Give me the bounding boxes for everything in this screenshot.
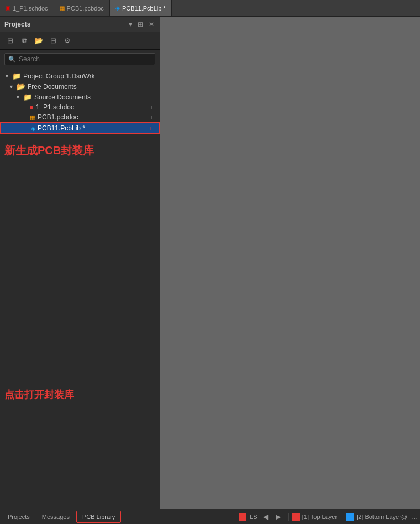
- nav-next-btn[interactable]: ▶: [274, 512, 283, 522]
- bottom-bar: Projects Messages PCB Library LS ◀ ▶ [1]…: [0, 509, 420, 524]
- layer1-group: [1] Top Layer: [288, 513, 337, 521]
- expand-project-icon: ▼: [4, 74, 10, 79]
- source-folder-icon: 📁: [23, 93, 32, 101]
- project-group-label: Project Group 1.DsnWrk: [23, 72, 155, 80]
- tree-spacer: [0, 163, 160, 384]
- schdoc-icon: ▣: [6, 5, 11, 11]
- tab-pcbdoc-label: PCB1.pcbdoc: [67, 5, 104, 12]
- annotation-top: 新生成PCB封装库: [0, 134, 160, 163]
- tab-bar: ▣ 1_P1.schdoc ▦ PCB1.pcbdoc ◈ PCB11.PcbL…: [0, 0, 420, 17]
- add-new-btn[interactable]: ⧉: [19, 35, 30, 46]
- pcblib-modified-badge: □: [150, 125, 154, 132]
- bottom-tab-pcblibrary[interactable]: PCB Library: [76, 511, 121, 523]
- layer1-color-box: [292, 513, 300, 521]
- panel-close-btn[interactable]: ✕: [148, 20, 155, 29]
- pcbdoc-icon: ▦: [60, 5, 65, 11]
- source-documents-label: Source Documents: [34, 93, 155, 101]
- schdoc-file-icon: ■: [30, 104, 34, 111]
- file-schdoc-item[interactable]: ■ 1_P1.schdoc □: [0, 102, 160, 112]
- ls-label: LS: [250, 513, 257, 520]
- layer1-label: [1] Top Layer: [302, 513, 337, 520]
- search-input[interactable]: [19, 55, 151, 63]
- free-documents-label: Free Documents: [28, 83, 155, 91]
- main-layout: Projects ▾ ⊞ ✕ ⊞ ⧉ 📂 ⊟ ⚙ 🔍 ▼ 📁: [0, 17, 420, 509]
- bottom-tab-projects[interactable]: Projects: [2, 511, 35, 522]
- tab-pcblib[interactable]: ◈ PCB11.PcbLib *: [110, 0, 172, 16]
- projects-panel: Projects ▾ ⊞ ✕ ⊞ ⧉ 📂 ⊟ ⚙ 🔍 ▼ 📁: [0, 17, 160, 509]
- pcbdoc-modified-icon: □: [151, 114, 155, 120]
- status-color-red: [239, 513, 246, 521]
- tab-schdoc-label: 1_P1.schdoc: [13, 5, 48, 12]
- settings-btn[interactable]: ⚙: [62, 35, 73, 46]
- tab-pcbdoc[interactable]: ▦ PCB1.pcbdoc: [54, 0, 110, 16]
- pcbdoc-file-label: PCB1.pcbdoc: [38, 113, 149, 121]
- search-box: 🔍: [4, 53, 155, 65]
- search-icon: 🔍: [8, 56, 16, 63]
- add-existing-btn[interactable]: ⊞: [4, 35, 15, 46]
- mech-label: …: [412, 513, 418, 520]
- pcblib-icon: ◈: [116, 5, 120, 11]
- bottom-status: LS ◀ ▶ [1] Top Layer [2] Bottom Layer@ …: [239, 512, 418, 522]
- source-documents-item[interactable]: ▼ 📁 Source Documents: [0, 92, 160, 102]
- pcbdoc-file-icon: ▦: [30, 114, 35, 121]
- project-group-item[interactable]: ▼ 📁 Project Group 1.DsnWrk: [0, 71, 160, 81]
- layer2-label: [2] Bottom Layer@: [356, 513, 407, 520]
- schdoc-file-label: 1_P1.schdoc: [36, 103, 150, 111]
- content-area: [160, 17, 420, 509]
- expand-source-icon: ▼: [15, 95, 21, 100]
- open-btn[interactable]: 📂: [33, 35, 44, 46]
- bottom-tab-messages[interactable]: Messages: [36, 511, 75, 522]
- project-tree: ▼ 📁 Project Group 1.DsnWrk ▼ 📂 Free Docu…: [0, 69, 160, 509]
- layer2-color-box: [347, 513, 354, 521]
- free-folder-icon: 📂: [17, 82, 25, 91]
- panel-pin-btn[interactable]: ⊞: [136, 20, 144, 29]
- pcblib-file-label: PCB11.PcbLib *: [38, 124, 148, 132]
- free-documents-item[interactable]: ▼ 📂 Free Documents: [0, 81, 160, 92]
- expand-free-icon: ▼: [9, 84, 14, 90]
- sidebar-toolbar: ⊞ ⧉ 📂 ⊟ ⚙: [0, 32, 160, 50]
- annotation-bottom: 点击打开封装库: [0, 384, 160, 408]
- tab-schdoc[interactable]: ▣ 1_P1.schdoc: [0, 0, 54, 16]
- layer2-group: [2] Bottom Layer@: [343, 513, 407, 521]
- file-pcblib-item[interactable]: ◈ PCB11.PcbLib * □: [0, 122, 160, 134]
- file-pcbdoc-item[interactable]: ▦ PCB1.pcbdoc □: [0, 112, 160, 122]
- schdoc-modified-icon: □: [151, 104, 155, 111]
- tab-pcblib-label: PCB11.PcbLib *: [122, 5, 166, 12]
- panel-controls: ▾ ⊞ ✕: [128, 20, 155, 29]
- panel-dropdown-btn[interactable]: ▾: [128, 20, 133, 29]
- project-folder-icon: 📁: [12, 72, 21, 80]
- panel-title: Projects: [4, 20, 30, 28]
- pcblib-file-icon: ◈: [31, 125, 35, 132]
- panel-header: Projects ▾ ⊞ ✕: [0, 17, 160, 32]
- remove-btn[interactable]: ⊟: [48, 35, 59, 46]
- nav-prev-btn[interactable]: ◀: [261, 512, 270, 522]
